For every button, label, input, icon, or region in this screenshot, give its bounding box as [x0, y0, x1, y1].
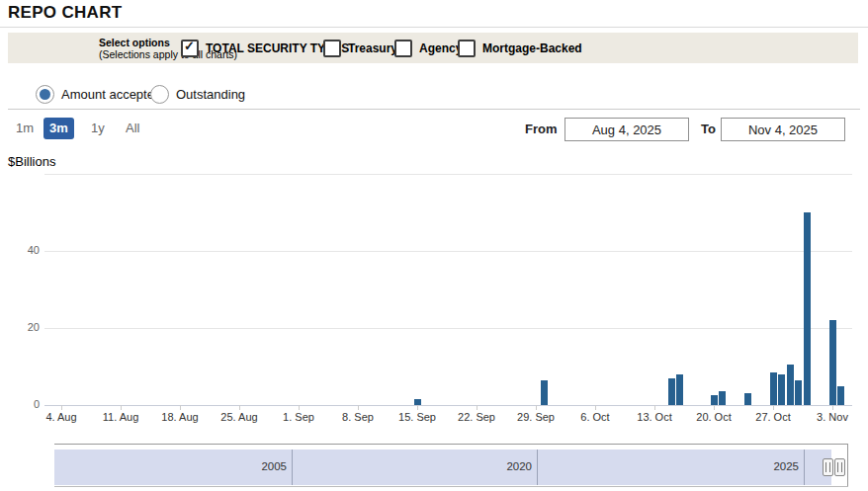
y-tick-label: 40	[8, 244, 40, 256]
navigator-year-label: 2020	[473, 460, 532, 472]
x-axis-line	[44, 405, 852, 406]
navigator-outline-right	[847, 444, 848, 486]
chart-bar	[541, 380, 548, 405]
checkbox-mortgage-backed[interactable]: Mortgage-Backed	[458, 33, 582, 63]
page-title: REPO CHART	[8, 3, 122, 23]
chart-bar	[414, 399, 421, 405]
x-tick-label: 11. Aug	[91, 411, 150, 423]
y-gridline	[44, 251, 852, 252]
range-button-1y[interactable]: 1y	[85, 118, 111, 139]
chart-bar	[778, 374, 785, 405]
x-tick-label: 22. Sep	[447, 411, 506, 423]
x-tick-label: 6. Oct	[565, 411, 625, 423]
checkbox-icon	[181, 40, 199, 57]
x-tick-label: 25. Aug	[210, 411, 269, 423]
checkbox-icon	[394, 40, 412, 57]
x-tick-label: 1. Sep	[269, 411, 328, 423]
checkbox-label: Mortgage-Backed	[482, 41, 582, 55]
navigator-year-label: 2025	[739, 460, 799, 472]
range-button-1m[interactable]: 1m	[10, 118, 40, 139]
checkbox-agency[interactable]: Agency	[394, 33, 462, 63]
x-tick-label: 3. Nov	[803, 411, 862, 423]
checkbox-label: Agency	[419, 41, 462, 55]
x-tick-label: 29. Sep	[506, 411, 565, 423]
x-tick-mark	[299, 405, 300, 410]
x-tick-label: 20. Oct	[684, 411, 743, 423]
options-bar: Select options (Selections apply to all …	[8, 33, 858, 63]
x-tick-mark	[832, 405, 833, 410]
chart-bar	[804, 212, 811, 405]
x-tick-label: 13. Oct	[625, 411, 684, 423]
navigator-year-gridline	[537, 450, 538, 485]
x-tick-mark	[61, 405, 62, 410]
radio-label: Outstanding	[176, 87, 245, 102]
navigator-handle-right[interactable]	[834, 458, 845, 476]
navigator-year-label: 2005	[227, 460, 287, 472]
radio-icon	[150, 85, 169, 104]
series-toggle-row: Amount accepted Outstanding	[0, 82, 868, 106]
x-tick-label: 4. Aug	[32, 411, 91, 423]
x-tick-label: 18. Aug	[150, 411, 210, 423]
x-tick-mark	[773, 405, 774, 410]
radio-outstanding[interactable]: Outstanding	[150, 82, 245, 106]
x-tick-mark	[180, 405, 181, 410]
chart-bar	[719, 391, 726, 405]
chart-bar	[837, 386, 844, 406]
from-date-input[interactable]	[564, 118, 689, 141]
radio-amount-accepted[interactable]: Amount accepted	[36, 82, 161, 106]
x-tick-mark	[595, 405, 596, 410]
y-tick-label: 0	[8, 398, 40, 410]
radio-icon	[36, 85, 54, 104]
to-label: To	[701, 122, 716, 136]
chart-bar	[711, 395, 718, 405]
x-tick-mark	[239, 405, 240, 410]
from-label: From	[525, 122, 558, 136]
chart-bar	[770, 372, 777, 405]
x-tick-mark	[714, 405, 715, 410]
title-divider	[0, 27, 868, 28]
to-date-input[interactable]	[721, 118, 845, 141]
checkbox-icon	[458, 40, 476, 57]
y-gridline	[44, 328, 852, 329]
x-tick-mark	[654, 405, 655, 410]
navigator-year-gridline	[804, 450, 805, 485]
divider	[8, 109, 860, 110]
x-tick-mark	[536, 405, 537, 410]
navigator-outline-top	[54, 444, 848, 445]
x-tick-mark	[417, 405, 418, 410]
navigator-outline-bottom	[54, 486, 848, 487]
repo-chart-page: REPO CHART Select options (Selections ap…	[0, 0, 868, 491]
chart-bar	[829, 320, 836, 405]
x-tick-mark	[477, 405, 477, 410]
x-tick-mark	[121, 405, 122, 410]
y-axis-title: $Billions	[8, 154, 55, 169]
chart-bar	[795, 380, 802, 405]
chart-bar	[744, 393, 751, 405]
navigator-year-gridline	[292, 450, 293, 485]
range-button-all[interactable]: All	[120, 118, 145, 139]
x-tick-mark	[358, 405, 359, 410]
chart-bar	[676, 374, 683, 405]
x-tick-label: 15. Sep	[388, 411, 447, 423]
y-tick-label: 20	[8, 321, 40, 333]
x-tick-label: 27. Oct	[743, 411, 803, 423]
radio-label: Amount accepted	[61, 87, 161, 102]
x-tick-label: 8. Sep	[328, 411, 388, 423]
range-button-3m[interactable]: 3m	[43, 118, 74, 139]
chart-bar	[787, 365, 794, 405]
checkbox-icon	[323, 40, 341, 57]
navigator-track[interactable]	[54, 450, 831, 485]
checkbox-treasury[interactable]: Treasury	[323, 33, 397, 63]
navigator-handle-left[interactable]	[823, 458, 833, 476]
chart-bar	[668, 378, 675, 405]
checkbox-label: Treasury	[348, 41, 397, 55]
y-gridline	[44, 174, 852, 175]
